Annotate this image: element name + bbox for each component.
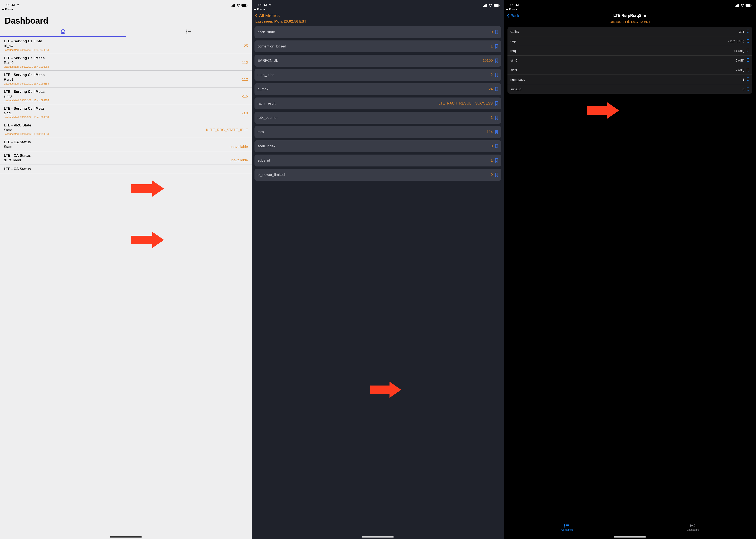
status-time: 09:41 xyxy=(258,3,271,7)
metric-value: 0 (dB) xyxy=(735,58,744,62)
metric-row[interactable]: rsrq-14 (dB) xyxy=(507,46,752,55)
row-name: Rsrp1 xyxy=(4,77,13,82)
bookmark-icon[interactable] xyxy=(495,44,498,48)
breadcrumb[interactable]: ◀ Phone xyxy=(504,8,756,12)
list-icon xyxy=(564,523,570,528)
metric-label: rach_result xyxy=(257,101,275,106)
bookmark-icon[interactable] xyxy=(746,49,749,52)
dashboard-row[interactable]: LTE - Serving Cell Meassinr1-3.0Last upd… xyxy=(0,104,252,121)
bookmark-icon[interactable] xyxy=(495,87,498,91)
location-icon xyxy=(269,3,271,6)
metric-value: 19100 xyxy=(482,58,493,63)
row-name: State xyxy=(4,145,12,149)
bookmark-icon[interactable] xyxy=(495,73,498,77)
wifi-icon xyxy=(740,4,744,7)
dashboard-list[interactable]: LTE - Serving Cell Infoul_bw25Last updat… xyxy=(0,37,252,174)
svg-point-32 xyxy=(564,527,565,527)
metric-item[interactable]: num_subs2 xyxy=(254,69,501,81)
bookmark-icon[interactable] xyxy=(495,130,498,134)
svg-rect-23 xyxy=(738,4,739,7)
tab-dashboard[interactable]: Dashboard xyxy=(630,520,756,535)
dashboard-row[interactable]: LTE - RRC StateStateKLTE_RRC_STATE_IDLEL… xyxy=(0,121,252,138)
metric-value: 1 xyxy=(491,158,493,163)
metric-item[interactable]: accb_state0 xyxy=(254,26,501,38)
home-indicator[interactable] xyxy=(614,536,646,538)
metric-label: num_subs xyxy=(257,73,274,77)
row-value: -3.0 xyxy=(242,111,248,116)
breadcrumb[interactable]: ◀ Phone xyxy=(0,8,252,12)
metric-row[interactable]: rsrp-117 (dBm) xyxy=(507,36,752,46)
metric-row[interactable]: sinr00 (dB) xyxy=(507,55,752,65)
breadcrumb[interactable]: ◀ Phone xyxy=(252,8,504,12)
bookmark-icon[interactable] xyxy=(746,87,749,91)
svg-point-11 xyxy=(186,31,187,32)
dashboard-row[interactable]: LTE - CA StatusStateunavailable xyxy=(0,138,252,151)
dashboard-row[interactable]: LTE - Serving Cell Infoul_bw25Last updat… xyxy=(0,37,252,54)
dashboard-row[interactable]: LTE - Serving Cell Meassinr0-1.5Last upd… xyxy=(0,88,252,104)
metric-row[interactable]: num_subs1 xyxy=(507,74,752,84)
metric-item[interactable]: contention_based1 xyxy=(254,40,501,52)
metric-row[interactable]: subs_id0 xyxy=(507,84,752,94)
home-indicator[interactable] xyxy=(110,536,142,538)
bookmark-icon[interactable] xyxy=(495,158,498,163)
bookmark-icon[interactable] xyxy=(746,68,749,72)
metric-label: sinr0 xyxy=(510,58,518,62)
bookmark-icon[interactable] xyxy=(495,58,498,63)
phone-3-rsrp-rsrq-sinr: 09:41 ◀ Phone Back LTE RsrpRsrqSinr Last… xyxy=(504,0,756,539)
antenna-icon xyxy=(690,523,696,528)
bookmark-icon[interactable] xyxy=(746,58,749,62)
bookmark-icon[interactable] xyxy=(746,30,749,34)
svg-point-31 xyxy=(564,525,565,526)
bookmark-icon[interactable] xyxy=(495,116,498,120)
metric-item[interactable]: tx_power_limited0 xyxy=(254,169,501,181)
svg-rect-1 xyxy=(232,5,232,7)
svg-point-10 xyxy=(186,30,187,30)
tab-home[interactable] xyxy=(0,29,126,36)
bookmark-icon[interactable] xyxy=(746,77,749,81)
row-name: ul_bw xyxy=(4,44,13,48)
phone-1-dashboard: 09:41 ◀ Phone Dashboard LTE - Serving Ce… xyxy=(0,0,252,539)
metric-item[interactable]: subs_id1 xyxy=(254,155,501,167)
metric-item[interactable]: retx_counter1 xyxy=(254,112,501,124)
metric-label: accb_state xyxy=(257,30,275,34)
row-value: 25 xyxy=(244,44,248,48)
metric-item[interactable]: rsrp-114 xyxy=(254,126,501,138)
bookmark-icon[interactable] xyxy=(495,30,498,34)
dashboard-row[interactable]: LTE - Serving Cell MeasRsrp1-112Last upd… xyxy=(0,71,252,88)
metrics-list[interactable]: accb_state0contention_based1EARFCN UL191… xyxy=(252,26,504,181)
metric-item[interactable]: EARFCN UL19100 xyxy=(254,55,501,67)
bookmark-icon[interactable] xyxy=(495,101,498,106)
last-seen-label: Last seen: Mon, 20:02:56 EST xyxy=(252,19,504,26)
tab-list[interactable] xyxy=(126,29,252,36)
svg-rect-22 xyxy=(737,4,738,7)
cellular-icon xyxy=(735,4,739,7)
svg-rect-18 xyxy=(494,4,499,6)
metric-item[interactable]: p_max24 xyxy=(254,83,501,95)
dashboard-row[interactable]: LTE - Serving Cell MeasRsrp0-112Last upd… xyxy=(0,54,252,71)
dashboard-row[interactable]: LTE - CA Status xyxy=(0,165,252,174)
metric-label: EARFCN UL xyxy=(257,58,278,63)
back-button[interactable]: Back xyxy=(507,13,753,18)
metric-row[interactable]: CellID391 xyxy=(507,27,752,36)
home-indicator[interactable] xyxy=(362,536,394,538)
metric-value: -117 (dBm) xyxy=(728,39,744,43)
metric-value: 391 xyxy=(739,30,744,34)
metric-item[interactable]: scell_index0 xyxy=(254,140,501,152)
row-name: dl_rf_band xyxy=(4,158,21,162)
cellular-icon xyxy=(231,4,235,7)
row-group: LTE - Serving Cell Meas xyxy=(4,56,248,60)
status-icons xyxy=(483,4,500,7)
status-bar: 09:41 xyxy=(0,0,252,8)
back-button[interactable]: All Metrics xyxy=(252,12,504,19)
row-value: -1.5 xyxy=(242,94,248,99)
bookmark-icon[interactable] xyxy=(746,39,749,43)
metric-label: contention_based xyxy=(257,44,286,48)
tab-all-metrics[interactable]: All metrics xyxy=(504,520,630,535)
wifi-icon xyxy=(236,4,240,7)
bookmark-icon[interactable] xyxy=(495,173,498,177)
bookmark-icon[interactable] xyxy=(495,144,498,148)
metric-item[interactable]: rach_resultLTE_RACH_RESULT_SUCCESS xyxy=(254,98,501,110)
metric-row[interactable]: sinr1-7 (dB) xyxy=(507,65,752,74)
row-group: LTE - CA Status xyxy=(4,153,248,158)
dashboard-row[interactable]: LTE - CA Statusdl_rf_bandunavailable xyxy=(0,151,252,165)
